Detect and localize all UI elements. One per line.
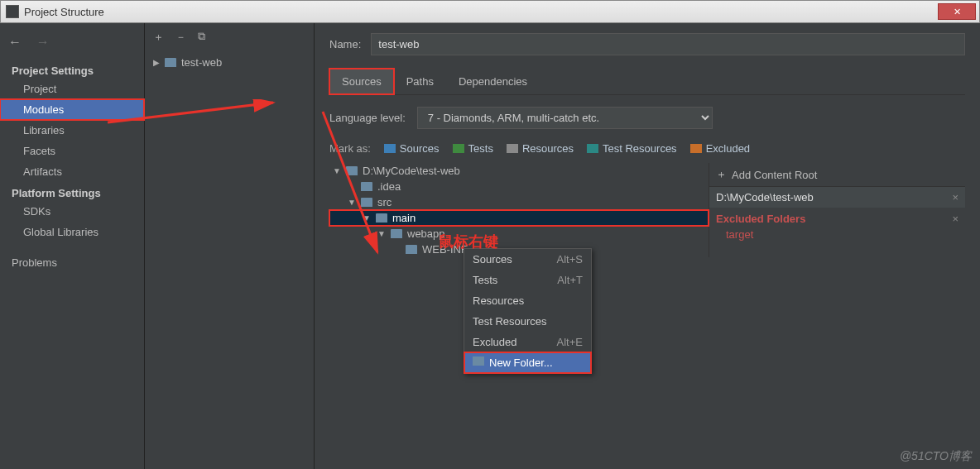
nav-back-icon[interactable]: ← — [8, 35, 22, 49]
content-root-path[interactable]: D:\MyCode\test-web× — [709, 187, 965, 208]
remove-excluded-icon[interactable]: × — [952, 213, 958, 225]
folder-icon — [391, 229, 402, 238]
folder-icon — [406, 245, 417, 254]
ctx-tests[interactable]: TestsAlt+T — [464, 270, 591, 290]
app-icon — [6, 5, 19, 18]
annotation-rightclick: 鼠标右键 — [439, 232, 498, 251]
sidebar-item-facets[interactable]: Facets — [0, 141, 144, 161]
module-item-testweb[interactable]: ▶ test-web — [151, 55, 307, 70]
sidebar-item-project[interactable]: Project — [0, 79, 144, 99]
mark-as-label: Mark as: — [329, 142, 371, 155]
folder-blue-icon — [384, 144, 396, 153]
remove-root-icon[interactable]: × — [952, 191, 958, 203]
copy-module-icon[interactable]: ⧉ — [198, 30, 205, 45]
tree-idea[interactable]: .idea — [329, 179, 709, 194]
add-content-root-button[interactable]: ＋Add Content Root — [709, 163, 965, 187]
folder-teal-icon — [587, 144, 598, 153]
sidebar-item-globallibs[interactable]: Global Libraries — [0, 222, 144, 242]
add-module-icon[interactable]: ＋ — [153, 30, 164, 45]
folder-icon — [376, 213, 387, 223]
ctx-testresources[interactable]: Test Resources — [464, 311, 591, 332]
watermark: @51CTO博客 — [900, 449, 972, 464]
sidebar-item-modules[interactable]: Modules — [0, 99, 144, 120]
excluded-folders-heading: Excluded Folders× — [709, 208, 965, 227]
folder-icon — [361, 198, 372, 207]
window-title: Project Structure — [24, 6, 938, 18]
sidebar-item-sdks[interactable]: SDKs — [0, 201, 144, 222]
settings-sidebar: ← → Project Settings Project Modules Lib… — [0, 23, 145, 469]
sidebar-item-artifacts[interactable]: Artifacts — [0, 161, 144, 182]
mark-resources[interactable]: Resources — [507, 142, 574, 155]
close-button[interactable]: ✕ — [938, 3, 976, 20]
language-level-label: Language level: — [329, 112, 406, 124]
tree-main[interactable]: ▼main — [329, 210, 709, 226]
mark-excluded[interactable]: Excluded — [690, 142, 750, 155]
window-titlebar: Project Structure ✕ — [0, 0, 980, 23]
content-roots-panel: ＋Add Content Root D:\MyCode\test-web× Ex… — [709, 163, 965, 257]
module-list-panel: ＋ － ⧉ ▶ test-web — [145, 23, 315, 469]
language-level-select[interactable]: 7 - Diamonds, ARM, multi-catch etc. — [417, 107, 713, 129]
excluded-item-target[interactable]: target — [709, 227, 965, 242]
sidebar-item-libraries[interactable]: Libraries — [0, 120, 144, 141]
module-icon — [165, 58, 176, 67]
folder-gray-icon — [507, 144, 518, 153]
context-menu: SourcesAlt+S TestsAlt+T Resources Test R… — [464, 248, 592, 374]
ctx-new-folder[interactable]: New Folder... — [464, 352, 591, 373]
nav-forward-icon[interactable]: → — [36, 35, 50, 49]
sidebar-item-problems[interactable]: Problems — [0, 252, 144, 273]
tab-sources[interactable]: Sources — [329, 69, 394, 94]
folder-orange-icon — [690, 144, 702, 153]
tree-webapp[interactable]: ▼webapp — [329, 226, 709, 242]
folder-icon — [473, 357, 484, 366]
folder-green-icon — [453, 144, 464, 153]
remove-module-icon[interactable]: － — [175, 30, 186, 45]
module-editor: Name: Sources Paths Dependencies Languag… — [315, 23, 980, 469]
tree-root[interactable]: ▼D:\MyCode\test-web — [329, 163, 709, 179]
mark-testresources[interactable]: Test Resources — [587, 142, 677, 155]
mark-sources[interactable]: Sources — [384, 142, 440, 155]
module-name-input[interactable] — [371, 33, 965, 55]
folder-icon — [361, 182, 372, 191]
content-root-tree: ▼D:\MyCode\test-web .idea ▼src ▼main ▼we… — [329, 163, 709, 257]
module-tabs: Sources Paths Dependencies — [329, 69, 965, 95]
tab-dependencies[interactable]: Dependencies — [446, 69, 540, 94]
tab-paths[interactable]: Paths — [394, 69, 446, 94]
mark-tests[interactable]: Tests — [453, 142, 493, 155]
sidebar-heading-project: Project Settings — [0, 60, 144, 79]
chevron-right-icon: ▶ — [153, 58, 160, 67]
plus-icon: ＋ — [716, 167, 727, 182]
name-label: Name: — [329, 38, 361, 50]
module-label: test-web — [181, 56, 222, 69]
sidebar-heading-platform: Platform Settings — [0, 182, 144, 201]
tree-src[interactable]: ▼src — [329, 194, 709, 210]
ctx-sources[interactable]: SourcesAlt+S — [464, 249, 591, 270]
folder-icon — [346, 166, 358, 175]
ctx-excluded[interactable]: ExcludedAlt+E — [464, 332, 591, 352]
ctx-resources[interactable]: Resources — [464, 290, 591, 311]
